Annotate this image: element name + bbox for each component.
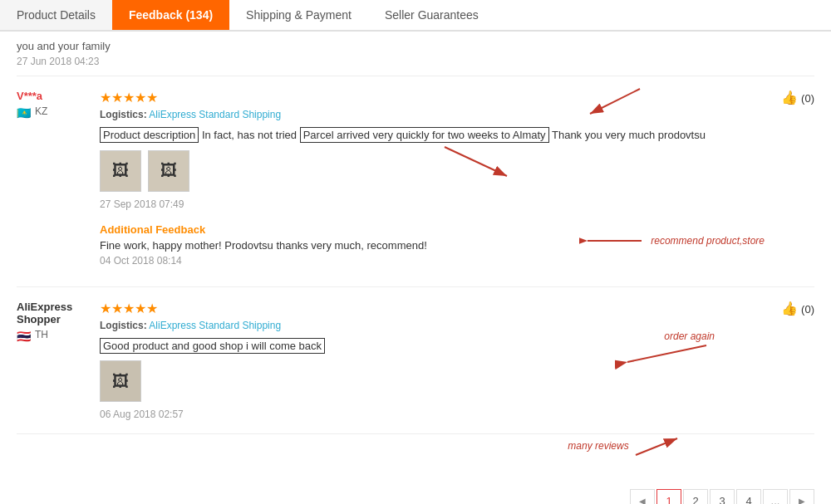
- annotation-order-again-area: order again: [615, 337, 715, 373]
- country-code-1: KZ: [35, 105, 47, 117]
- review-1-content: ★★★★★ Logistics: AliExpress Standard Shi…: [100, 90, 814, 273]
- logistics-value-2: AliExpress Standard Shipping: [149, 320, 281, 331]
- reviewer-country-2: 🇹🇭 TH: [17, 329, 100, 340]
- annotation-recommend: recommend product,store: [579, 228, 765, 253]
- like-area-2[interactable]: 👍 (0): [765, 301, 814, 316]
- review-2-content: ★★★★★ Logistics: AliExpress Standard Shi…: [100, 301, 814, 421]
- pagination-page-2[interactable]: 2: [683, 489, 708, 504]
- stars-2: ★★★★★: [100, 301, 281, 316]
- logistics-1: Logistics: AliExpress Standard Shipping: [100, 109, 281, 120]
- review-image-1b[interactable]: 🖼: [148, 150, 189, 192]
- pagination-page-1[interactable]: 1: [656, 489, 681, 504]
- review-text-1: Product description In fact, has not tri…: [100, 127, 814, 144]
- pagination-page-4[interactable]: 4: [736, 489, 761, 504]
- annotation-recommend-text: recommend product,store: [651, 235, 765, 247]
- logistics-2: Logistics: AliExpress Standard Shipping: [100, 320, 281, 331]
- reviewer-name-1: V***a: [17, 90, 100, 102]
- logistics-label-2: Logistics:: [100, 320, 147, 331]
- like-count-1: (0): [801, 92, 814, 105]
- review-1-header-row: ★★★★★ Logistics: AliExpress Standard Shi…: [100, 90, 814, 127]
- logistics-value-1: AliExpress Standard Shipping: [149, 109, 281, 120]
- many-reviews-text: many reviews: [568, 440, 628, 452]
- review-2-user: AliExpress Shopper 🇹🇭 TH: [17, 301, 100, 421]
- svg-line-3: [445, 147, 507, 176]
- annotation-arrow-top: [582, 85, 648, 118]
- reviewer-name-2: AliExpress Shopper: [17, 301, 100, 325]
- arrow-svg-recommend: [579, 228, 646, 253]
- review-date-2: 06 Aug 2018 02:57: [100, 409, 814, 420]
- pagination-prev[interactable]: ◀: [630, 489, 655, 504]
- arrow-svg-order: [615, 337, 715, 370]
- logistics-label-1: Logistics:: [100, 109, 147, 120]
- review-2: AliExpress Shopper 🇹🇭 TH ★★★★★ Logistics…: [17, 287, 814, 435]
- tab-shipping[interactable]: Shipping & Payment: [229, 0, 368, 30]
- addl-highlighted: recommend!: [367, 239, 427, 252]
- addl-text-before: Fine work, happy mother! Prodovtsu thank…: [100, 239, 367, 252]
- many-reviews-area: many reviews: [0, 434, 831, 476]
- review-image-2a[interactable]: 🖼: [100, 360, 141, 402]
- tab-feedback[interactable]: Feedback (134): [112, 0, 229, 30]
- tab-product-details[interactable]: Product Details: [0, 0, 112, 30]
- pagination: ◀ 1 2 3 4 ... ▶: [0, 476, 831, 504]
- like-icon-1: 👍: [781, 91, 798, 105]
- pagination-next[interactable]: ▶: [789, 489, 814, 504]
- highlighted-text-2: Good product and good shop i will come b…: [100, 338, 325, 354]
- like-area-1[interactable]: 👍 (0): [765, 90, 814, 105]
- tabs-bar: Product Details Feedback (134) Shipping …: [0, 0, 831, 32]
- reviewer-country-1: 🇰🇿 KZ: [17, 105, 100, 117]
- arrow-svg-many: [632, 434, 681, 459]
- country-code-2: TH: [35, 329, 48, 340]
- review-image-1a[interactable]: 🖼: [100, 150, 141, 192]
- like-count-2: (0): [801, 303, 814, 316]
- svg-line-1: [590, 89, 640, 114]
- flag-icon-2: 🇹🇭: [17, 330, 32, 340]
- partial-review-text: you and your family: [17, 40, 111, 52]
- svg-line-7: [627, 345, 706, 362]
- review-1-user: V***a 🇰🇿 KZ: [17, 90, 100, 273]
- pagination-page-3[interactable]: 3: [710, 489, 735, 504]
- review-date-1: 27 Sep 2018 07:49: [100, 198, 814, 210]
- partial-review: you and your family 27 Jun 2018 04:23: [17, 32, 814, 76]
- review-1: V***a 🇰🇿 KZ ★★★★★ Logistics: AliExpress …: [17, 76, 814, 287]
- arrow-parcel-area: [440, 143, 524, 187]
- tab-seller[interactable]: Seller Guarantees: [368, 0, 495, 30]
- pagination-ellipsis[interactable]: ...: [763, 489, 788, 504]
- highlighted-text-1b: Parcel arrived very quickly for two week…: [300, 127, 549, 143]
- like-icon-2: 👍: [781, 301, 798, 316]
- review-text-after-1: Thank you very much prodovtsu: [552, 129, 706, 141]
- additional-feedback-date-1: 04 Oct 2018 08:14: [100, 255, 814, 267]
- highlighted-text-1a: Product description: [100, 127, 199, 143]
- annotation-order-again-text: order again: [664, 330, 715, 342]
- partial-review-date: 27 Jun 2018 04:23: [17, 56, 814, 67]
- review-text-middle-1: In fact, has not tried: [202, 129, 300, 141]
- arrow-svg-parcel: [440, 143, 524, 184]
- arrow-svg-1: [582, 85, 648, 118]
- stars-1: ★★★★★: [100, 90, 281, 105]
- svg-line-9: [636, 438, 677, 455]
- flag-icon-1: 🇰🇿: [17, 106, 32, 116]
- annotation-many-reviews: many reviews: [568, 434, 681, 459]
